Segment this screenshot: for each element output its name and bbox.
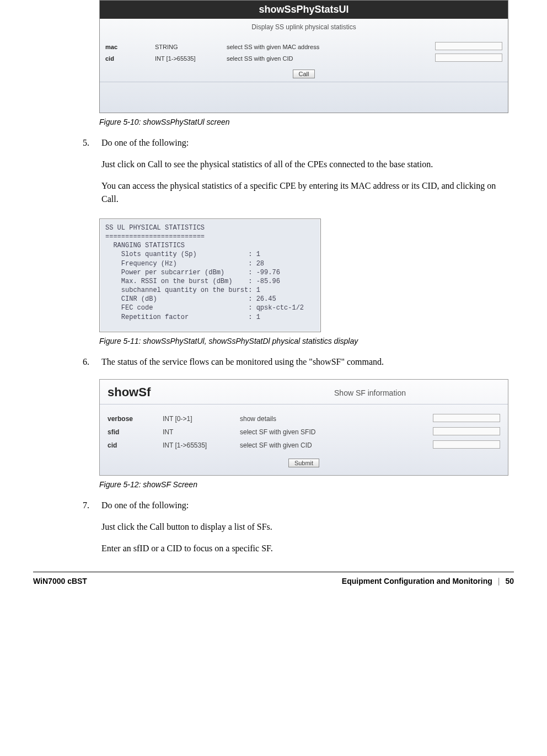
param-row-sfid: sfid INT select SF with given SFID [100,425,508,439]
param-type: STRING [155,44,227,50]
mac-input[interactable] [435,42,502,50]
stats-separator: ========================= [105,232,315,241]
sfid-input[interactable] [433,427,500,435]
paragraph: You can access the physical statistics o… [101,179,514,205]
call-button[interactable]: Call [293,70,315,78]
page-footer: WiN7000 cBST Equipment Configuration and… [33,572,514,585]
figure-5-10-caption: Figure 5-10: showSsPhyStatUl screen [99,118,514,126]
param-row-cid: cid INT [1->65535] select SS with given … [100,52,508,64]
list-item-6: 6. The status of the service flows can b… [83,355,514,368]
stats-line: subchannel quantity on the burst: 1 [105,286,315,295]
stats-line: Power per subcarrier (dBm) : -99.76 [105,268,315,277]
param-type: INT [0->1] [163,415,240,423]
list-item-7: 7. Do one of the following: [83,499,514,512]
caption-text: Figure 5-10: showSsPhyStatUl [99,118,207,126]
list-number: 5. [83,136,101,149]
stats-line: FEC code : qpsk-ctc-1/2 [105,304,315,312]
param-name: cid [105,55,155,62]
cid-input[interactable] [435,54,502,62]
stats-line: Frequency (Hz) : 28 [105,259,315,268]
footer-sep: | [498,577,500,585]
verbose-input[interactable] [433,414,500,422]
param-name: sfid [108,428,163,436]
list-item-5: 5. Do one of the following: [83,136,514,149]
paragraph: Enter an sfID or a CID to focus on a spe… [101,542,514,555]
param-desc: select SS with given CID [227,55,425,62]
stats-heading: RANGING STATISTICS [105,241,315,250]
param-name: verbose [108,415,163,423]
param-desc: show details [240,415,417,423]
figure-5-11: SS UL PHYSICAL STATISTICS ==============… [99,219,514,332]
stats-line: Repetition factor : 1 [105,313,315,322]
panel-desc: Show SF information [240,385,500,400]
list-number: 6. [83,355,101,368]
param-name: mac [105,44,155,50]
cid-input[interactable] [433,440,500,449]
figure-5-12: showSf Show SF information verbose INT [… [99,379,514,476]
param-type: INT [163,428,240,436]
footer-left: WiN7000 cBST [33,577,87,585]
param-row-verbose: verbose INT [0->1] show details [100,412,508,425]
list-text: The status of the service flows can be m… [101,355,514,368]
panel-empty-area [100,82,508,113]
figure-5-12-caption: Figure 5-12: showSF Screen [99,480,514,489]
figure-5-10: showSsPhyStatsUl Display SS uplink physi… [99,0,514,113]
stats-line: Max. RSSI on the burst (dBm) : -85.96 [105,277,315,286]
list-text: Do one of the following: [101,499,514,512]
stats-line: CINR (dB) : 26.45 [105,295,315,304]
param-type: INT [1->65535] [163,441,240,449]
param-type: INT [1->65535] [155,55,227,62]
stats-title: SS UL PHYSICAL STATISTICS [105,223,315,232]
list-number: 7. [83,499,101,512]
stats-output: SS UL PHYSICAL STATISTICS ==============… [99,219,321,332]
panel-subtitle: Display SS uplink physical statistics [100,19,508,41]
showssphystatsul-panel: showSsPhyStatsUl Display SS uplink physi… [99,0,508,113]
showsf-panel: showSf Show SF information verbose INT [… [99,379,508,476]
panel-title: showSf [108,385,240,400]
panel-title: showSsPhyStatsUl [100,1,508,19]
paragraph: Just click the Call button to display a … [101,520,514,533]
param-row-mac: mac STRING select SS with given MAC addr… [100,41,508,52]
param-desc: select SS with given MAC address [227,44,425,50]
param-desc: select SF with given CID [240,441,417,449]
param-row-cid: cid INT [1->65535] select SF with given … [100,439,508,452]
figure-5-11-caption: Figure 5-11: showSsPhyStatUl, showSsPhyS… [99,337,514,345]
stats-line: Slots quantity (Sp) : 1 [105,250,315,259]
footer-page: 50 [505,577,514,585]
list-text: Do one of the following: [101,136,514,149]
footer-section: Equipment Configuration and Monitoring [342,577,492,585]
param-name: cid [108,441,163,449]
param-desc: select SF with given SFID [240,428,417,436]
submit-button[interactable]: Submit [288,459,319,467]
paragraph: Just click on Call to see the physical s… [101,158,514,171]
caption-text-suffix: screen [207,118,230,126]
